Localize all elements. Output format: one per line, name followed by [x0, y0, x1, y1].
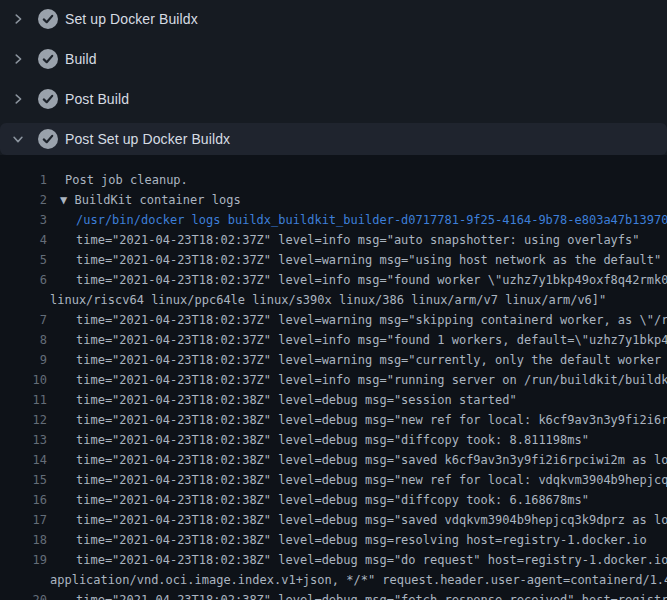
log-line: linux/riscv64 linux/ppc64le linux/s390x …	[0, 290, 667, 310]
log-line-number[interactable]: 14	[0, 450, 47, 470]
log-line-number[interactable]: 20	[0, 590, 47, 600]
log-line: 10time="2021-04-23T18:02:37Z" level=info…	[0, 370, 667, 390]
log-line: application/vnd.oci.image.index.v1+json,…	[0, 570, 667, 590]
log-text: time="2021-04-23T18:02:37Z" level=info m…	[47, 370, 667, 390]
chevron-right-icon	[11, 52, 25, 66]
log-line-number[interactable]: 18	[0, 530, 47, 550]
step-header-post-set-up-docker-buildx[interactable]: Post Set up Docker Buildx	[0, 123, 667, 155]
step-title: Set up Docker Buildx	[65, 11, 198, 27]
log-text: time="2021-04-23T18:02:37Z" level=warnin…	[47, 250, 661, 270]
log-line-number	[0, 570, 47, 590]
check-circle-icon	[38, 9, 58, 29]
log-line: 1Post job cleanup.	[0, 170, 667, 190]
log-text: time="2021-04-23T18:02:38Z" level=debug …	[47, 470, 667, 490]
log-line-number[interactable]: 17	[0, 510, 47, 530]
step-title: Post Set up Docker Buildx	[65, 131, 230, 147]
log-line: 19time="2021-04-23T18:02:38Z" level=debu…	[0, 550, 667, 570]
log-line: 8time="2021-04-23T18:02:37Z" level=info …	[0, 330, 667, 350]
log-line-number[interactable]: 13	[0, 430, 47, 450]
steps-list: Set up Docker BuildxBuildPost BuildPost …	[0, 0, 667, 155]
check-circle-icon	[38, 89, 58, 109]
step-header-post-build[interactable]: Post Build	[0, 83, 667, 115]
log-line: 2▼ BuildKit container logs	[0, 190, 667, 210]
log-line-number[interactable]: 4	[0, 230, 47, 250]
log-text: time="2021-04-23T18:02:38Z" level=debug …	[47, 590, 667, 600]
log-command-text: /usr/bin/docker logs buildx_buildkit_bui…	[47, 210, 667, 230]
log-line-number[interactable]: 12	[0, 410, 47, 430]
log-line: 16time="2021-04-23T18:02:38Z" level=debu…	[0, 490, 667, 510]
log-text: time="2021-04-23T18:02:38Z" level=debug …	[47, 550, 667, 570]
log-line-number[interactable]: 1	[0, 170, 47, 190]
log-line-number[interactable]: 16	[0, 490, 47, 510]
log-text: time="2021-04-23T18:02:38Z" level=debug …	[47, 510, 667, 530]
step-header-set-up-docker-buildx[interactable]: Set up Docker Buildx	[0, 3, 667, 35]
log-line-number[interactable]: 3	[0, 210, 47, 230]
log-line-number[interactable]: 5	[0, 250, 47, 270]
log-line: 11time="2021-04-23T18:02:38Z" level=debu…	[0, 390, 667, 410]
check-circle-icon	[38, 129, 58, 149]
log-group-toggle[interactable]: ▼ BuildKit container logs	[47, 190, 241, 210]
log-line-number[interactable]: 2	[0, 190, 47, 210]
log-line: 17time="2021-04-23T18:02:38Z" level=debu…	[0, 510, 667, 530]
log-line-number[interactable]: 15	[0, 470, 47, 490]
log-text: time="2021-04-23T18:02:37Z" level=info m…	[47, 270, 667, 290]
chevron-right-icon	[11, 12, 25, 26]
log-text: time="2021-04-23T18:02:38Z" level=debug …	[47, 430, 589, 450]
log-line-number	[0, 290, 47, 310]
log-line: 15time="2021-04-23T18:02:38Z" level=debu…	[0, 470, 667, 490]
log-text: time="2021-04-23T18:02:37Z" level=info m…	[47, 230, 640, 250]
log-line: 5time="2021-04-23T18:02:37Z" level=warni…	[0, 250, 667, 270]
log-line: 6time="2021-04-23T18:02:37Z" level=info …	[0, 270, 667, 290]
log-text: time="2021-04-23T18:02:37Z" level=info m…	[47, 330, 667, 350]
log-text: time="2021-04-23T18:02:37Z" level=warnin…	[47, 350, 667, 370]
log-text: application/vnd.oci.image.index.v1+json,…	[47, 570, 667, 590]
log-text: time="2021-04-23T18:02:38Z" level=debug …	[47, 390, 517, 410]
log-line: 12time="2021-04-23T18:02:38Z" level=debu…	[0, 410, 667, 430]
log-line: 3/usr/bin/docker logs buildx_buildkit_bu…	[0, 210, 667, 230]
log-line: 13time="2021-04-23T18:02:38Z" level=debu…	[0, 430, 667, 450]
log-text: time="2021-04-23T18:02:38Z" level=debug …	[47, 410, 667, 430]
log-text: time="2021-04-23T18:02:38Z" level=debug …	[47, 450, 667, 470]
log-line: 7time="2021-04-23T18:02:37Z" level=warni…	[0, 310, 667, 330]
log-text: time="2021-04-23T18:02:37Z" level=warnin…	[47, 310, 667, 330]
log-line-number[interactable]: 9	[0, 350, 47, 370]
step-title: Post Build	[65, 91, 129, 107]
log-line: 18time="2021-04-23T18:02:38Z" level=debu…	[0, 530, 667, 550]
log-line-number[interactable]: 7	[0, 310, 47, 330]
log-text: Post job cleanup.	[47, 170, 188, 190]
log-text: linux/riscv64 linux/ppc64le linux/s390x …	[47, 290, 606, 310]
step-title: Build	[65, 51, 97, 67]
log-line: 9time="2021-04-23T18:02:37Z" level=warni…	[0, 350, 667, 370]
log-text: time="2021-04-23T18:02:38Z" level=debug …	[47, 490, 589, 510]
log-line: 20time="2021-04-23T18:02:38Z" level=debu…	[0, 590, 667, 600]
log-line-number[interactable]: 11	[0, 390, 47, 410]
log-line-number[interactable]: 19	[0, 550, 47, 570]
log-viewer: 1Post job cleanup.2▼ BuildKit container …	[0, 155, 667, 600]
check-circle-icon	[38, 49, 58, 69]
log-line-number[interactable]: 10	[0, 370, 47, 390]
log-line: 14time="2021-04-23T18:02:38Z" level=debu…	[0, 450, 667, 470]
chevron-right-icon	[11, 92, 25, 106]
log-line: 4time="2021-04-23T18:02:37Z" level=info …	[0, 230, 667, 250]
chevron-down-icon	[11, 132, 25, 146]
log-text: time="2021-04-23T18:02:38Z" level=debug …	[47, 530, 647, 550]
step-header-build[interactable]: Build	[0, 43, 667, 75]
log-line-number[interactable]: 6	[0, 270, 47, 290]
log-line-number[interactable]: 8	[0, 330, 47, 350]
